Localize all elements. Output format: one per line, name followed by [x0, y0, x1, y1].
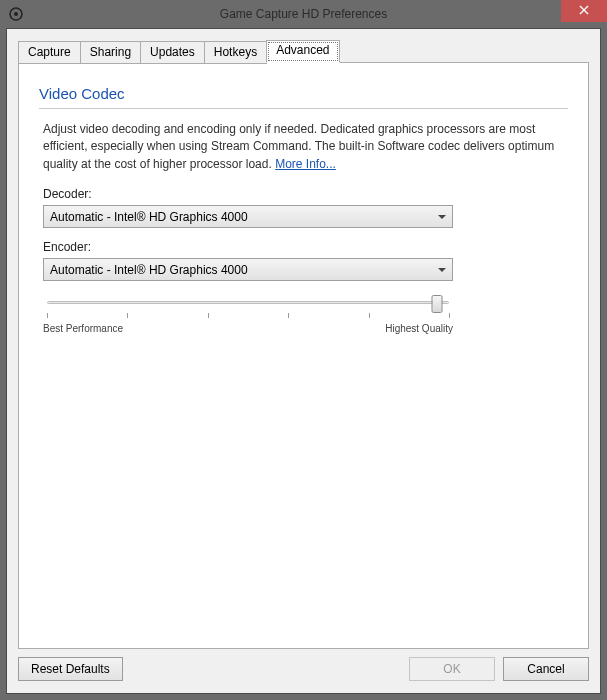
tab-sharing[interactable]: Sharing — [80, 41, 141, 64]
encoder-field: Encoder: Automatic - Intel® HD Graphics … — [43, 240, 568, 281]
tabstrip: Capture Sharing Updates Hotkeys Advanced — [18, 40, 589, 63]
tab-hotkeys[interactable]: Hotkeys — [204, 41, 267, 64]
section-divider — [39, 108, 568, 109]
encoder-value: Automatic - Intel® HD Graphics 4000 — [50, 263, 248, 277]
encoder-select[interactable]: Automatic - Intel® HD Graphics 4000 — [43, 258, 453, 281]
titlebar[interactable]: Game Capture HD Preferences — [0, 0, 607, 28]
close-button[interactable] — [561, 0, 607, 22]
decoder-select[interactable]: Automatic - Intel® HD Graphics 4000 — [43, 205, 453, 228]
slider-thumb[interactable] — [431, 295, 442, 313]
slider-max-label: Highest Quality — [385, 323, 453, 334]
slider-min-label: Best Performance — [43, 323, 123, 334]
encoder-label: Encoder: — [43, 240, 568, 254]
svg-point-1 — [14, 12, 18, 16]
preferences-window: Game Capture HD Preferences Capture Shar… — [0, 0, 607, 700]
slider-ticks — [43, 313, 453, 321]
section-description: Adjust video decoding and encoding only … — [43, 121, 568, 173]
content-area: Capture Sharing Updates Hotkeys Advanced… — [18, 40, 589, 649]
tabpanel-advanced: Video Codec Adjust video decoding and en… — [18, 62, 589, 649]
cancel-button[interactable]: Cancel — [503, 657, 589, 681]
chevron-down-icon — [438, 215, 446, 219]
tab-capture[interactable]: Capture — [18, 41, 81, 64]
reset-defaults-button[interactable]: Reset Defaults — [18, 657, 123, 681]
slider-rail — [47, 301, 449, 304]
slider-labels: Best Performance Highest Quality — [43, 323, 453, 334]
app-icon — [8, 6, 24, 22]
client-area: Capture Sharing Updates Hotkeys Advanced… — [6, 28, 601, 694]
more-info-link[interactable]: More Info... — [275, 157, 336, 171]
close-icon — [579, 4, 589, 18]
decoder-value: Automatic - Intel® HD Graphics 4000 — [50, 210, 248, 224]
tab-advanced[interactable]: Advanced — [266, 40, 339, 63]
chevron-down-icon — [438, 268, 446, 272]
decoder-field: Decoder: Automatic - Intel® HD Graphics … — [43, 187, 568, 228]
tab-updates[interactable]: Updates — [140, 41, 205, 64]
window-title: Game Capture HD Preferences — [0, 7, 607, 21]
slider-track[interactable] — [43, 293, 453, 313]
quality-slider[interactable]: Best Performance Highest Quality — [43, 293, 453, 334]
ok-button: OK — [409, 657, 495, 681]
button-row: Reset Defaults OK Cancel — [18, 656, 589, 682]
section-title: Video Codec — [39, 85, 568, 104]
decoder-label: Decoder: — [43, 187, 568, 201]
